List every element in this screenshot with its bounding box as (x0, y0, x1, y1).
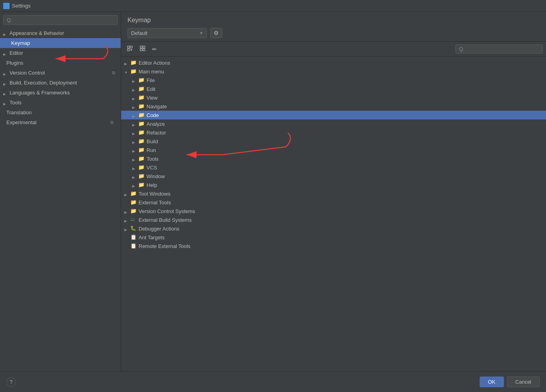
keymap-select-value: Default (131, 30, 199, 36)
folder-icon: 📁 (138, 121, 145, 127)
sidebar-item-translation[interactable]: Translation (0, 108, 121, 117)
remote-icon: 📋 (130, 243, 137, 249)
sidebar-item-editor[interactable]: Editor (0, 48, 121, 58)
folder-icon: 📁 (130, 190, 137, 197)
chevron-right-icon (3, 90, 8, 95)
tree-item-label: Tools (147, 156, 158, 162)
tree-item-tools-menu[interactable]: 📁 Tools (121, 154, 546, 163)
folder-icon: 📁 (138, 147, 145, 153)
chevron-right-icon (132, 139, 137, 144)
keymap-tree: 📁 Editor Actions 📁 Main menu 📁 File (121, 57, 546, 371)
tree-item-label: View (147, 95, 158, 101)
tree-item-build[interactable]: 📁 Build (121, 137, 546, 146)
chevron-right-icon (3, 51, 8, 56)
sidebar-item-tools[interactable]: Tools (0, 98, 121, 108)
main-content: Keymap Default ▼ ⚙ (121, 12, 546, 371)
keymap-search-input[interactable] (455, 44, 543, 54)
tree-item-remote-tools[interactable]: 📋 Remote External Tools (121, 242, 546, 250)
tree-item-help[interactable]: 📁 Help (121, 181, 546, 189)
svg-rect-8 (143, 49, 145, 51)
tree-item-file[interactable]: 📁 File (121, 76, 546, 85)
svg-rect-5 (140, 46, 142, 48)
chevron-right-icon (132, 78, 137, 83)
sidebar-item-label: Tools (10, 100, 118, 106)
chevron-right-icon (124, 226, 129, 231)
debugger-icon: 🐛 (130, 225, 137, 232)
folder-icon: 📁 (130, 208, 137, 214)
chevron-right-icon (124, 191, 129, 196)
tree-item-label: Navigate (147, 104, 167, 110)
dialog-footer: ? OK Cancel (0, 371, 546, 392)
title-bar: Settings (0, 0, 546, 12)
tree-item-analyze[interactable]: 📁 Analyze (121, 119, 546, 128)
tree-item-tool-windows[interactable]: 📁 Tool Windows (121, 189, 546, 198)
folder-icon: 📁 (138, 156, 145, 162)
tree-item-label: Remote External Tools (139, 243, 191, 249)
tree-item-label: File (147, 77, 155, 83)
sidebar-item-languages[interactable]: Languages & Frameworks (0, 88, 121, 98)
tree-item-editor-actions[interactable]: 📁 Editor Actions (121, 58, 546, 67)
ok-button[interactable]: OK (480, 377, 504, 387)
keymap-select[interactable]: Default ▼ (127, 28, 207, 38)
chevron-right-icon (132, 113, 137, 117)
help-button[interactable]: ? (6, 377, 16, 387)
folder-icon: 📁 (138, 129, 145, 136)
tree-item-refactor[interactable]: 📁 Refactor (121, 128, 546, 137)
tree-item-code[interactable]: 📁 Code (121, 111, 546, 119)
chevron-right-icon (132, 130, 137, 135)
tree-item-label: Version Control Systems (139, 208, 195, 214)
folder-icon: 📁 (138, 94, 145, 101)
sidebar-item-label: Experimental (6, 119, 110, 125)
tree-item-label: Refactor (147, 130, 166, 136)
tree-item-edit[interactable]: 📁 Edit (121, 85, 546, 93)
folder-icon: 📁 (138, 103, 145, 110)
copy-icon: ⧉ (112, 70, 118, 76)
sidebar-item-keymap[interactable]: Keymap (0, 38, 121, 48)
sidebar-item-build[interactable]: Build, Execution, Deployment (0, 78, 121, 88)
gear-button[interactable]: ⚙ (210, 28, 222, 38)
chevron-right-icon (124, 217, 129, 222)
keymap-row: Default ▼ ⚙ (127, 28, 540, 38)
tree-item-window[interactable]: 📁 Window (121, 172, 546, 181)
tree-item-external-build[interactable]: 🗂 External Build Systems (121, 215, 546, 224)
svg-rect-7 (140, 49, 142, 51)
main-header: Keymap Default ▼ ⚙ (121, 12, 546, 42)
sidebar-search-input[interactable] (3, 15, 118, 25)
tree-item-label: Help (147, 182, 157, 188)
expand-all-button[interactable] (137, 44, 148, 54)
tree-item-ant-targets[interactable]: 📋 Ant Targets (121, 233, 546, 242)
edit-button[interactable]: ✏ (150, 45, 159, 54)
tree-item-label: Ant Targets (139, 234, 165, 240)
chevron-right-icon (3, 81, 8, 85)
tree-item-label: Build (147, 138, 158, 144)
folder-icon: 📁 (138, 164, 145, 171)
sidebar-item-appearance[interactable]: Appearance & Behavior (0, 28, 121, 38)
tree-item-debugger-actions[interactable]: 🐛 Debugger Actions (121, 224, 546, 233)
folder-icon: 📁 (130, 68, 137, 75)
settings-dialog: Appearance & Behavior Keymap Editor Plug… (0, 12, 546, 392)
chevron-right-icon (132, 95, 137, 100)
chevron-right-icon (132, 86, 137, 91)
tree-item-main-menu[interactable]: 📁 Main menu (121, 67, 546, 76)
tree-item-vcs-systems[interactable]: 📁 Version Control Systems (121, 207, 546, 215)
folder-icon: 📁 (130, 60, 137, 66)
sidebar-item-plugins[interactable]: Plugins (0, 58, 121, 68)
svg-rect-2 (127, 49, 129, 51)
sidebar-item-version-control[interactable]: Version Control ⧉ (0, 68, 121, 78)
tree-item-view[interactable]: 📁 View (121, 93, 546, 102)
ant-icon: 📋 (130, 234, 137, 240)
tree-item-label: External Build Systems (139, 217, 192, 223)
sidebar: Appearance & Behavior Keymap Editor Plug… (0, 12, 121, 371)
special-folder-icon: 🗂 (130, 217, 137, 223)
chevron-right-icon (124, 209, 129, 213)
tree-item-run[interactable]: 📁 Run (121, 146, 546, 154)
folder-icon: 📁 (138, 138, 145, 144)
tree-item-vcs[interactable]: 📁 VCS (121, 163, 546, 172)
dialog-body: Appearance & Behavior Keymap Editor Plug… (0, 12, 546, 371)
sidebar-item-label: Version Control (10, 70, 112, 76)
tree-item-navigate[interactable]: 📁 Navigate (121, 102, 546, 111)
tree-item-external-tools[interactable]: 📁 External Tools (121, 198, 546, 207)
cancel-button[interactable]: Cancel (507, 377, 540, 387)
collapse-all-button[interactable] (124, 44, 135, 54)
sidebar-item-experimental[interactable]: Experimental ⧉ (0, 117, 121, 127)
